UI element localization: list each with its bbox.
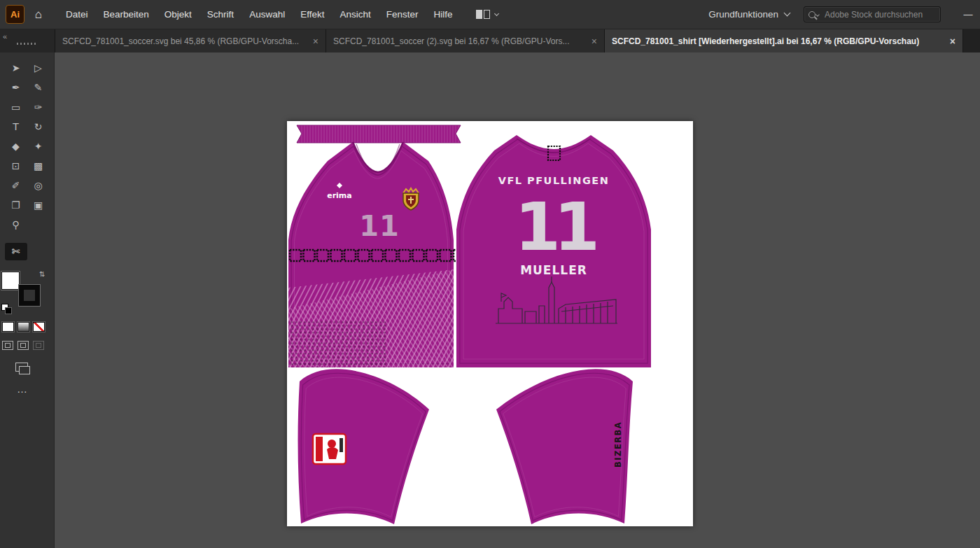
shear-tool[interactable]: ✄ (5, 243, 27, 260)
menu-schrift[interactable]: Schrift (200, 0, 241, 29)
draw-behind-button[interactable] (18, 341, 29, 350)
shaper-tool[interactable]: ✦ (27, 139, 50, 154)
screen-mode-button[interactable] (15, 363, 28, 372)
curvature-tool[interactable]: ✎ (27, 80, 50, 95)
fill-stroke-control: ⇄ (1, 270, 46, 314)
selection-tool[interactable]: ➤ (5, 61, 27, 76)
search-caret-icon (816, 13, 820, 17)
menu-hilfe[interactable]: Hilfe (426, 0, 461, 29)
panel-grip[interactable] (17, 43, 38, 45)
collapse-panel-icon[interactable]: « (3, 32, 7, 41)
player-name-text: MUELLER (520, 263, 587, 277)
none-button[interactable] (33, 322, 45, 332)
default-colors-icon[interactable] (1, 304, 11, 314)
home-icon[interactable]: ⌂ (27, 8, 50, 22)
tab-soccer2-svg[interactable]: SCFCD_781001_soccer (2).svg bei 16,67 % … (326, 29, 605, 52)
back-number: 11 (514, 188, 596, 265)
chevron-down-icon (493, 11, 498, 16)
artboard-tool[interactable]: ▣ (27, 198, 50, 213)
tab-label: SCFCD_781001_shirt [Wiederhergestellt].a… (612, 36, 919, 46)
front-number: 11 (359, 210, 400, 242)
artboard[interactable]: erima 11 (287, 121, 693, 526)
team-name-text: VFL PFULLINGEN (498, 175, 610, 186)
menu-fenster[interactable]: Fenster (379, 0, 426, 29)
tools-panel-header: « (0, 29, 54, 52)
tool-grid: ➤ ▷ ✒ ✎ ▭ ✑ T ↻ ◆ ✦ ⊡ ▩ ✐ ◎ ❐ ▣ ⚲ ✄ (0, 52, 54, 260)
color-button[interactable] (2, 322, 14, 332)
menu-items: Datei Bearbeiten Objekt Schrift Auswahl … (58, 0, 461, 29)
arrange-filled-pane (476, 10, 482, 19)
menu-bar: Ai ⌂ Datei Bearbeiten Objekt Schrift Aus… (0, 0, 980, 29)
draw-normal-button[interactable] (2, 341, 13, 350)
type-tool[interactable]: T (5, 120, 27, 134)
stroke-color-swatch[interactable] (19, 285, 40, 306)
tab-label: SCFCD_781001_soccer.svg bei 45,86 % (RGB… (62, 36, 299, 46)
search-input[interactable] (823, 9, 936, 20)
rectangle-tool[interactable]: ▭ (5, 100, 27, 115)
drawing-mode-buttons (2, 341, 54, 350)
sleeve-sponsor-text: BIZERBA (613, 421, 623, 468)
minimize-icon[interactable]: — (956, 9, 980, 20)
free-transform-tool[interactable]: ⊡ (5, 159, 27, 174)
menu-ansicht[interactable]: Ansicht (332, 0, 378, 29)
front-brand-text: erima (327, 191, 352, 200)
eraser-tool[interactable]: ◆ (5, 139, 27, 154)
swap-colors-icon[interactable]: ⇄ (38, 271, 46, 276)
menu-effekt[interactable]: Effekt (293, 0, 332, 29)
canvas[interactable]: erima 11 (55, 52, 980, 548)
symbol-tool[interactable]: ❐ (5, 198, 27, 213)
blend-tool[interactable]: ◎ (27, 178, 50, 193)
jersey-back-piece[interactable]: VFL PFULLINGEN 11 MUELLER (456, 135, 651, 367)
illustrator-app-icon[interactable]: Ai (6, 5, 24, 24)
tools-panel: « ➤ ▷ ✒ ✎ ▭ ✑ T ↻ ◆ ✦ ⊡ ▩ ✐ ◎ ❐ ▣ ⚲ ✄ ⇄ (0, 29, 55, 548)
draw-inside-button[interactable] (33, 341, 44, 350)
tab-soccer-svg[interactable]: SCFCD_781001_soccer.svg bei 45,86 % (RGB… (55, 29, 326, 52)
close-icon[interactable]: × (304, 36, 318, 47)
search-icon (808, 11, 816, 18)
workspace-label: Grundfunktionen (708, 9, 778, 20)
stock-search-field[interactable] (804, 6, 941, 22)
gradient-tool[interactable]: ▩ (27, 159, 50, 174)
menu-objekt[interactable]: Objekt (157, 0, 200, 29)
arrange-documents-icon[interactable] (476, 8, 507, 22)
eyedropper-tool[interactable]: ✐ (5, 178, 27, 193)
association-logo (313, 434, 346, 464)
gradient-button[interactable] (18, 322, 29, 332)
menu-auswahl[interactable]: Auswahl (241, 0, 293, 29)
pen-tool[interactable]: ✒ (5, 80, 27, 95)
sleeve-right-piece[interactable]: BIZERBA (496, 369, 633, 524)
banner-piece[interactable] (297, 125, 461, 143)
paintbrush-tool[interactable]: ✑ (27, 100, 50, 115)
close-icon[interactable]: × (941, 36, 955, 47)
rotate-tool[interactable]: ↻ (27, 120, 50, 134)
jersey-front-piece[interactable]: erima 11 (288, 142, 465, 367)
workspace-switcher[interactable]: Grundfunktionen (708, 9, 790, 20)
apply-color-buttons (2, 322, 54, 332)
chevron-down-icon (784, 10, 791, 17)
menu-bearbeiten[interactable]: Bearbeiten (96, 0, 157, 29)
tab-shirt-ai[interactable]: SCFCD_781001_shirt [Wiederhergestellt].a… (605, 29, 963, 52)
document-tabs: SCFCD_781001_soccer.svg bei 45,86 % (RGB… (55, 29, 980, 52)
more-tools-button[interactable]: … (17, 383, 54, 395)
fill-color-swatch[interactable] (1, 272, 20, 290)
arrange-outline-pane (484, 10, 490, 19)
sleeve-left-piece[interactable] (298, 369, 429, 524)
direct-selection-tool[interactable]: ▷ (27, 61, 50, 76)
tab-label: SCFCD_781001_soccer (2).svg bei 16,67 % … (333, 36, 569, 46)
menu-datei[interactable]: Datei (58, 0, 96, 29)
zoom-tool[interactable]: ⚲ (5, 218, 27, 232)
close-icon[interactable]: × (583, 36, 597, 47)
